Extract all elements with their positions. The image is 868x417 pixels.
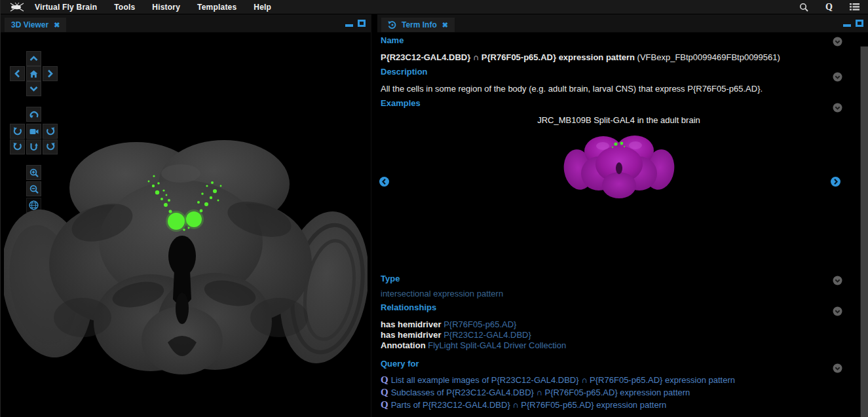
type-link[interactable]: intersectional expression pattern — [381, 289, 503, 299]
relationship-label: has hemidriver — [381, 330, 442, 340]
collapse-relationships-icon[interactable] — [833, 306, 842, 316]
vfb-app: Virtual Fly Brain Tools History Template… — [0, 0, 868, 417]
menu-history[interactable]: History — [152, 3, 180, 12]
query-icon[interactable]: Q — [825, 2, 833, 12]
relationship-row: has hemidriver P{R23C12-GAL4.DBD} — [381, 330, 531, 340]
term-type-value: intersectional expression pattern — [381, 289, 503, 299]
3d-viewer-panel: 3D Viewer ✖ — [1, 14, 371, 417]
results-list-icon[interactable] — [850, 3, 859, 11]
relationship-link[interactable]: FlyLight Split-GAL4 Driver Collection — [428, 340, 566, 350]
fly-logo-icon[interactable] — [9, 1, 26, 13]
section-heading-name: Name — [381, 35, 404, 45]
term-info-tab-title: Term Info — [402, 20, 437, 29]
minimize-icon[interactable] — [345, 24, 353, 27]
menubar-right: Q — [799, 2, 859, 12]
section-heading-examples: Examples — [381, 98, 421, 108]
carousel-next-icon[interactable] — [831, 177, 840, 187]
3d-viewer-tabbar: 3D Viewer ✖ — [1, 14, 371, 33]
close-icon[interactable]: ✖ — [54, 22, 60, 29]
tab-term-info[interactable]: Term Info ✖ — [381, 18, 455, 32]
maximize-icon[interactable] — [856, 20, 863, 27]
adult-brain-3d-render[interactable] — [4, 108, 368, 383]
term-name-id: (VFBexp_FBtp0099469FBtp0099561) — [637, 52, 780, 62]
term-info-panel: Term Info ✖ Name P{R23C12-GAL4.DBD} ∩ P{… — [377, 14, 868, 417]
collapse-description-icon[interactable] — [833, 72, 842, 82]
history-back-icon[interactable] — [388, 21, 396, 29]
query-link-examples[interactable]: List all example images of P{R23C12-GAL4… — [391, 375, 735, 385]
menu-virtual-fly-brain[interactable]: Virtual Fly Brain — [35, 3, 97, 12]
relationship-label: Annotation — [381, 340, 426, 350]
collapse-query-for-icon[interactable] — [833, 363, 842, 373]
tab-3d-viewer[interactable]: 3D Viewer ✖ — [5, 18, 66, 32]
term-description-text: All the cells in some region of the body… — [381, 84, 763, 94]
pan-up-button[interactable] — [26, 51, 41, 66]
main-menu: Virtual Fly Brain Tools History Template… — [35, 3, 271, 12]
3d-viewer-content — [1, 33, 371, 417]
menu-tools[interactable]: Tools — [114, 3, 135, 12]
relationship-link[interactable]: P{R76F05-p65.AD} — [443, 319, 516, 329]
vertical-scrollbar[interactable] — [860, 46, 868, 417]
section-heading-relationships: Relationships — [381, 302, 436, 312]
example-image-adult-brain[interactable] — [563, 126, 675, 204]
term-info-window-buttons — [843, 20, 863, 27]
search-icon[interactable] — [799, 3, 808, 12]
home-button[interactable] — [26, 66, 41, 81]
query-link-subclasses[interactable]: Subclasses of P{R23C12-GAL4.DBD} ∩ P{R76… — [391, 388, 690, 397]
term-name-value: P{R23C12-GAL4.DBD} ∩ P{R76F05-p65.AD} ex… — [381, 52, 780, 62]
menu-templates[interactable]: Templates — [197, 3, 236, 12]
term-name-bold: P{R23C12-GAL4.DBD} ∩ P{R76F05-p65.AD} ex… — [381, 52, 635, 62]
relationship-row: Annotation FlyLight Split-GAL4 Driver Co… — [381, 340, 566, 350]
relationship-label: has hemidriver — [381, 319, 442, 329]
pan-right-button[interactable] — [43, 66, 58, 81]
query-row: Q Parts of P{R23C12-GAL4.DBD} ∩ P{R76F05… — [381, 399, 666, 410]
query-q-icon: Q — [381, 374, 388, 386]
example-image-caption: JRC_MB109B Split-GAL4 in the adult brain — [377, 115, 860, 125]
query-row: Q Subclasses of P{R23C12-GAL4.DBD} ∩ P{R… — [381, 387, 690, 398]
close-icon[interactable]: ✖ — [442, 22, 448, 29]
term-info-content: Name P{R23C12-GAL4.DBD} ∩ P{R76F05-p65.A… — [377, 33, 860, 417]
query-link-parts[interactable]: Parts of P{R23C12-GAL4.DBD} ∩ P{R76F05-p… — [391, 400, 667, 410]
section-heading-type: Type — [381, 274, 400, 283]
3d-viewer-window-buttons — [345, 20, 366, 27]
section-heading-description: Description — [381, 67, 428, 77]
collapse-name-icon[interactable] — [833, 37, 842, 46]
pan-down-button[interactable] — [26, 81, 41, 96]
3d-viewer-tab-title: 3D Viewer — [11, 20, 48, 29]
query-row: Q List all example images of P{R23C12-GA… — [381, 374, 735, 386]
relationship-row: has hemidriver P{R76F05-p65.AD} — [381, 319, 516, 329]
carousel-prev-icon[interactable] — [379, 177, 389, 187]
query-q-icon: Q — [381, 399, 388, 410]
section-heading-query-for: Query for — [381, 359, 419, 369]
minimize-icon[interactable] — [843, 24, 851, 27]
maximize-icon[interactable] — [358, 20, 366, 27]
query-q-icon: Q — [381, 387, 388, 398]
collapse-examples-icon[interactable] — [833, 103, 842, 113]
pan-left-button[interactable] — [10, 66, 25, 81]
term-info-tabbar: Term Info ✖ — [377, 14, 868, 33]
relationship-link[interactable]: P{R23C12-GAL4.DBD} — [443, 330, 531, 340]
menu-help[interactable]: Help — [254, 3, 271, 12]
collapse-type-icon[interactable] — [833, 276, 842, 285]
menubar: Virtual Fly Brain Tools History Template… — [1, 0, 868, 14]
